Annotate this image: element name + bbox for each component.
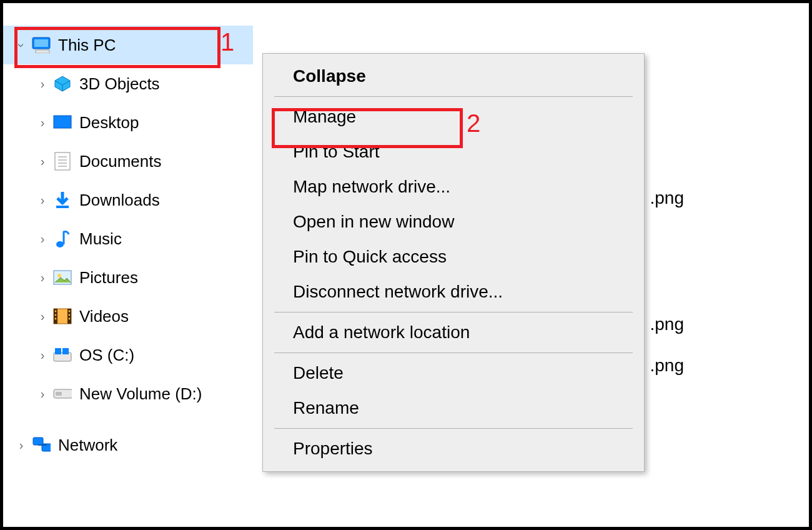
chevron-right-icon[interactable]: ›: [36, 348, 49, 362]
drive-icon: [53, 346, 72, 364]
chevron-down-icon[interactable]: ›: [14, 38, 29, 52]
tree-item-new-volume-d[interactable]: › New Volume (D:): [3, 374, 253, 413]
ctx-open-in-new-window[interactable]: Open in new window: [263, 204, 644, 239]
tree-item-music[interactable]: › Music: [3, 219, 253, 258]
tree-label: Desktop: [79, 113, 139, 132]
svg-point-22: [69, 314, 71, 316]
pictures-icon: [53, 268, 72, 287]
file-name-fragment: .png: [650, 188, 685, 208]
file-name-fragment: .png: [650, 356, 685, 376]
chevron-right-icon[interactable]: ›: [36, 193, 49, 208]
tree-item-documents[interactable]: › Documents: [3, 142, 253, 181]
desktop-icon: [53, 113, 72, 132]
ctx-map-network-drive[interactable]: Map network drive...: [263, 169, 644, 204]
ctx-add-network-location[interactable]: Add a network location: [263, 315, 644, 350]
svg-point-21: [69, 311, 71, 312]
tree-item-videos[interactable]: › Videos: [3, 297, 253, 336]
svg-rect-28: [56, 392, 62, 396]
context-menu: Collapse Manage Pin to Start Map network…: [262, 53, 645, 472]
downloads-icon: [53, 191, 72, 209]
tree-label: This PC: [58, 36, 116, 55]
tree-label: Music: [79, 229, 122, 249]
svg-rect-6: [55, 152, 70, 170]
this-pc-icon: [32, 36, 51, 54]
separator: [274, 312, 633, 312]
chevron-right-icon[interactable]: ›: [36, 232, 49, 246]
svg-rect-26: [62, 348, 69, 354]
documents-icon: [53, 152, 72, 171]
separator: [274, 96, 633, 97]
tree-item-this-pc[interactable]: › This PC: [3, 26, 253, 64]
file-name-fragment: .png: [650, 314, 685, 334]
chevron-right-icon[interactable]: ›: [36, 116, 49, 130]
svg-point-14: [57, 274, 61, 278]
music-icon: [53, 229, 72, 248]
svg-rect-11: [56, 206, 69, 208]
tree-item-3d-objects[interactable]: › 3D Objects: [3, 64, 253, 103]
svg-point-19: [55, 314, 57, 316]
tree-item-os-c[interactable]: › OS (C:): [3, 336, 253, 374]
svg-rect-5: [54, 116, 71, 128]
ctx-pin-to-quick-access[interactable]: Pin to Quick access: [263, 239, 644, 274]
tree-label: New Volume (D:): [79, 384, 202, 404]
tree-label: Network: [58, 436, 117, 455]
ctx-pin-to-start[interactable]: Pin to Start: [263, 134, 644, 169]
ctx-properties[interactable]: Properties: [263, 431, 644, 466]
tree-item-downloads[interactable]: › Downloads: [3, 181, 253, 219]
tree-label: Documents: [79, 152, 162, 171]
tree-label: Downloads: [79, 191, 160, 210]
chevron-right-icon[interactable]: ›: [36, 309, 49, 324]
svg-point-12: [56, 241, 64, 248]
svg-rect-2: [36, 50, 49, 53]
ctx-manage[interactable]: Manage: [263, 99, 644, 134]
svg-rect-29: [33, 438, 43, 445]
ctx-delete[interactable]: Delete: [263, 356, 644, 391]
chevron-right-icon[interactable]: ›: [36, 77, 49, 91]
annotated-screenshot: › This PC › 3D Objects › Desktop ›: [0, 0, 812, 530]
svg-rect-1: [34, 39, 48, 47]
tree-item-network[interactable]: › Network: [3, 426, 253, 464]
tree-item-pictures[interactable]: › Pictures: [3, 258, 253, 297]
chevron-right-icon[interactable]: ›: [36, 154, 49, 169]
separator: [274, 428, 633, 429]
separator: [274, 352, 633, 353]
ctx-collapse[interactable]: Collapse: [263, 59, 644, 94]
tree-label: 3D Objects: [79, 74, 160, 94]
ctx-disconnect-drive[interactable]: Disconnect network drive...: [263, 274, 644, 309]
chevron-right-icon[interactable]: ›: [36, 271, 49, 285]
tree-label: Videos: [79, 307, 129, 326]
chevron-right-icon[interactable]: ›: [14, 438, 28, 452]
navigation-tree: › This PC › 3D Objects › Desktop ›: [3, 3, 253, 464]
annotation-number-1: 1: [220, 28, 234, 56]
network-icon: [32, 436, 51, 454]
drive-icon: [53, 384, 72, 403]
tree-label: Pictures: [79, 268, 138, 288]
tree-item-desktop[interactable]: › Desktop: [3, 103, 253, 142]
svg-rect-25: [55, 348, 61, 354]
svg-point-20: [55, 318, 57, 320]
3d-objects-icon: [53, 74, 72, 93]
videos-icon: [53, 307, 72, 326]
annotation-number-2: 2: [467, 109, 480, 138]
svg-point-18: [55, 311, 57, 312]
svg-point-23: [69, 318, 71, 320]
ctx-rename[interactable]: Rename: [263, 391, 644, 426]
chevron-right-icon[interactable]: ›: [36, 387, 49, 401]
tree-label: OS (C:): [79, 346, 134, 365]
